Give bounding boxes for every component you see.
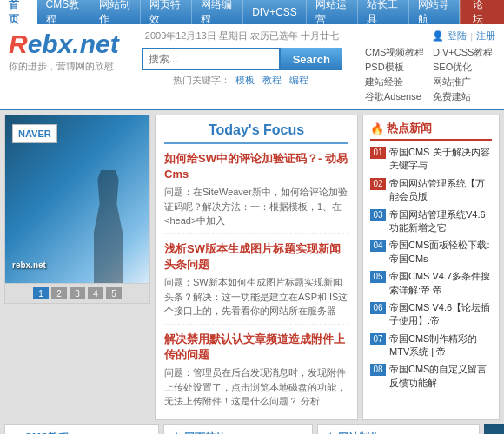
keyword-tutorial[interactable]: 教程: [262, 75, 282, 85]
nav-website[interactable]: 网站制作: [90, 0, 142, 24]
news-link-0[interactable]: 帝国CMS 关于解决内容关键字与: [389, 146, 492, 173]
nav-effects[interactable]: 网页特效: [141, 0, 192, 24]
focus-item-2-desc: 问题：管理员在后台发现消息时，发现附件上传处设置了，点击浏览本地磁盘的功能，无法…: [164, 365, 348, 409]
bottom-cms: ☆ CMS教程 帝国CMS 关于解决内容关键字与 帝国CMS 关于解决内容关键字…: [4, 424, 159, 434]
news-num-5: 06: [370, 302, 386, 314]
bottom-effects: ☆ 网页特效 首页动态菜单特效样式代码示例 JS图片轮播特效代码实现方法: [163, 424, 313, 434]
logo-rest: ebx.net: [28, 30, 119, 58]
hot-news-item-7: 08 帝国CMS的自定义留言反馈功能解: [370, 363, 492, 390]
news-link-2[interactable]: 帝国网站管理系统V4.6功能新增之它: [389, 208, 492, 235]
cms-link-2[interactable]: PSD模板: [365, 61, 428, 74]
search-input[interactable]: [142, 48, 281, 70]
focus-item-1: 浅析SW版本生成图片标题实现新闻头条问题 问题：SW新本如何生成图片标题实现新闻…: [164, 241, 348, 325]
news-link-7[interactable]: 帝国CMS的自定义留言反馈功能解: [389, 363, 492, 390]
banner-overlay: rebx.net: [12, 260, 46, 270]
cms-link-0[interactable]: CMS视频教程: [365, 46, 428, 59]
focus-item-1-title[interactable]: 浅析SW版本生成图片标题实现新闻头条问题: [164, 241, 348, 273]
nav-sitenav[interactable]: 网站导航: [409, 0, 461, 24]
focus-item-0-desc: 问题：在SiteWeaver新中，如何给评论加验证码呢？解决方法：一：根据模板，…: [164, 185, 348, 228]
news-num-0: 01: [370, 147, 386, 159]
logo-r: R: [9, 30, 28, 58]
hot-news-item-2: 03 帝国网站管理系统V4.6功能新增之它: [370, 208, 492, 235]
news-link-1[interactable]: 帝国网站管理系统【万能会员版: [389, 177, 492, 204]
cms-links-grid: CMS视频教程 DIV+CSS教程 PSD模板 SEO优化 建站经验 网站推广 …: [365, 46, 495, 103]
page-dot-1[interactable]: 1: [33, 287, 49, 299]
user-links: 👤 登陆 | 注册: [365, 30, 495, 43]
news-num-2: 03: [370, 209, 386, 221]
bottom-effects-title: ☆ 网页特效: [171, 431, 305, 434]
cms-link-5[interactable]: 网站推广: [433, 76, 495, 89]
logo: Rebx.net: [9, 30, 119, 58]
user-icon: 👤: [432, 30, 444, 42]
hot-label: 热门关键字：: [173, 75, 230, 85]
nav-tools[interactable]: 站长工具: [358, 0, 409, 24]
news-link-5[interactable]: 帝国CMS V4.6【论坛插子使用】:帝: [389, 301, 492, 328]
hot-news-item-3: 04 帝国CMS面板轻松下载:帝国CMs: [370, 239, 492, 266]
focus-item-0: 如何给SW中的评论加验证码？- 动易Cms 问题：在SiteWeaver新中，如…: [164, 151, 348, 234]
banner: NAVER rebx.net: [4, 115, 150, 284]
header-date: 2009年12月13日 星期日 农历已选年 十月廿七: [145, 30, 339, 43]
header: Rebx.net 你的进步，营博网的欣慰 2009年12月13日 星期日 农历已…: [0, 24, 504, 110]
center-panel: Today's Focus 如何给SW中的评论加验证码？- 动易Cms 问题：在…: [155, 115, 358, 420]
keyword-programming[interactable]: 编程: [289, 75, 308, 85]
news-link-3[interactable]: 帝国CMS面板轻松下载:帝国CMs: [389, 239, 492, 266]
nav-home[interactable]: 首 页: [0, 0, 37, 24]
search-box: Search: [142, 48, 342, 70]
nav-divcss[interactable]: DIV+CSS: [243, 0, 307, 24]
hot-news-list: 01 帝国CMS 关于解决内容关键字与 02 帝国网站管理系统【万能会员版 03…: [370, 146, 492, 390]
page-dot-5[interactable]: 5: [106, 287, 122, 299]
a5-download-box[interactable]: A5下载 Down_admin5.com: [484, 424, 504, 434]
top-nav: 首 页 CMS教程 网站制作 网页特效 网络编程 DIV+CSS 网站运营 站长…: [0, 0, 504, 24]
bottom-webdesign: ☆ 网站制作 第10十 如何快速制作个人博客网站 PS网站切图教程完整流程详解: [317, 424, 480, 434]
focus-title: Today's Focus: [164, 122, 348, 144]
news-num-3: 04: [370, 240, 386, 252]
register-link[interactable]: 注册: [476, 30, 495, 43]
search-area: 2009年12月13日 星期日 农历已选年 十月廿七 Search 热门关键字：…: [128, 30, 356, 87]
keyword-templates[interactable]: 模板: [235, 75, 255, 85]
nav-forum[interactable]: 论 坛: [460, 0, 504, 24]
header-right-links: 👤 登陆 | 注册 CMS视频教程 DIV+CSS教程 PSD模板 SEO优化 …: [365, 30, 495, 103]
cms-link-4[interactable]: 建站经验: [365, 76, 428, 89]
hot-keywords: 热门关键字： 模板 教程 编程: [173, 74, 311, 87]
page-dot-4[interactable]: 4: [88, 287, 103, 299]
banner-pagination: 1 2 3 4 5: [4, 284, 150, 304]
page-dot-2[interactable]: 2: [51, 287, 67, 299]
hot-news-item-1: 02 帝国网站管理系统【万能会员版: [370, 177, 492, 204]
focus-item-2-title[interactable]: 解决禁用默认认文章频道造成附件上传的问题: [164, 332, 348, 363]
cms-link-1[interactable]: DIV+CSS教程: [433, 46, 495, 59]
bottom-cms-title: ☆ CMS教程: [12, 431, 151, 434]
left-panel: NAVER rebx.net 1 2 3 4 5: [4, 115, 150, 420]
cms-link-6[interactable]: 谷歌Adsense: [365, 90, 428, 103]
hot-news-title: 热点新闻: [387, 121, 432, 136]
search-button[interactable]: Search: [281, 48, 342, 70]
focus-item-0-title[interactable]: 如何给SW中的评论加验证码？- 动易Cms: [164, 151, 348, 182]
hot-news-header: 🔥 热点新闻: [370, 121, 492, 141]
right-panel: 🔥 热点新闻 01 帝国CMS 关于解决内容关键字与 02 帝国网站管理系统【万…: [362, 115, 500, 420]
hot-news-item-5: 06 帝国CMS V4.6【论坛插子使用】:帝: [370, 301, 492, 328]
bottom-section: ☆ CMS教程 帝国CMS 关于解决内容关键字与 帝国CMS 关于解决内容关键字…: [0, 424, 504, 434]
bottom-webdesign-title: ☆ 网站制作: [325, 431, 472, 434]
login-link[interactable]: 登陆: [448, 30, 467, 43]
naver-box: NAVER: [12, 124, 57, 143]
hot-news-item-6: 07 帝国CMS制作精彩的MTV系统 | 帝: [370, 332, 492, 359]
news-num-7: 08: [370, 364, 386, 376]
news-num-1: 02: [370, 178, 386, 190]
news-link-4[interactable]: 帝国CMS V4.7多条件搜索详解:帝 帝: [389, 270, 492, 297]
hot-news-item-0: 01 帝国CMS 关于解决内容关键字与: [370, 146, 492, 173]
main-area: NAVER rebx.net 1 2 3 4 5 Today's Focus 如…: [0, 110, 504, 424]
page-dot-3[interactable]: 3: [70, 287, 85, 299]
cms-link-3[interactable]: SEO优化: [433, 61, 495, 74]
fire-icon: 🔥: [370, 122, 384, 135]
focus-item-1-desc: 问题：SW新本如何生成图片标题实现新闻头条？解决：这一功能是建立在ASP和IIS…: [164, 275, 348, 319]
nav-programming[interactable]: 网络编程: [192, 0, 243, 24]
news-num-4: 05: [370, 271, 386, 283]
cms-link-7[interactable]: 免费建站: [433, 90, 495, 103]
nav-cms[interactable]: CMS教程: [37, 0, 90, 24]
person-silhouette: [84, 170, 132, 283]
separator: |: [470, 31, 473, 42]
nav-operations[interactable]: 网站运营: [307, 0, 358, 24]
news-link-6[interactable]: 帝国CMS制作精彩的MTV系统 | 帝: [389, 332, 492, 359]
focus-item-2: 解决禁用默认认文章频道造成附件上传的问题 问题：管理员在后台发现消息时，发现附件…: [164, 332, 348, 409]
logo-slogan: 你的进步，营博网的欣慰: [9, 60, 119, 73]
news-num-6: 07: [370, 333, 386, 345]
